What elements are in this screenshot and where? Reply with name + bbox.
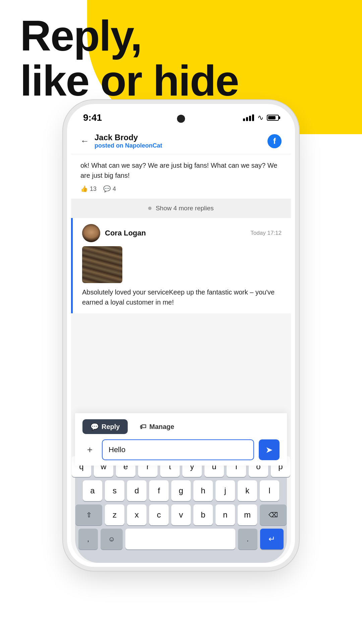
space-key[interactable] bbox=[125, 529, 235, 549]
reply-comment-header: Cora Logan Today 17:12 bbox=[82, 224, 282, 242]
thumbs-up-icon: 👍 bbox=[80, 185, 88, 193]
comment-actions: 👍 13 💬 4 bbox=[80, 185, 282, 193]
show-more-replies[interactable]: Show 4 more replies bbox=[71, 199, 291, 218]
reply-user-info: Cora Logan bbox=[82, 224, 146, 242]
show-more-text: Show 4 more replies bbox=[156, 205, 214, 212]
key-f[interactable]: f bbox=[149, 480, 169, 501]
action-tabs: 💬 Reply 🏷 Manage bbox=[82, 419, 280, 434]
hero-line1: Reply, bbox=[20, 12, 142, 60]
keyboard-row-4: , ☺ . ↵ bbox=[78, 529, 284, 549]
manage-tab-icon: 🏷 bbox=[140, 423, 146, 431]
key-a[interactable]: a bbox=[83, 480, 102, 501]
backspace-key[interactable]: ⌫ bbox=[260, 504, 287, 525]
send-icon: ➤ bbox=[265, 445, 273, 455]
reply-comment-block: Cora Logan Today 17:12 Absolutely loved … bbox=[71, 218, 291, 313]
shift-key[interactable]: ⇧ bbox=[75, 504, 102, 525]
key-v[interactable]: v bbox=[171, 504, 191, 525]
comment-block: ok! What can we say? We are just big fan… bbox=[71, 154, 291, 199]
key-period[interactable]: . bbox=[238, 529, 257, 549]
key-c[interactable]: c bbox=[149, 504, 169, 525]
reply-tab-icon: 💬 bbox=[90, 423, 99, 431]
wifi-icon: ∿ bbox=[257, 113, 263, 122]
key-b[interactable]: b bbox=[193, 504, 213, 525]
battery-icon bbox=[267, 115, 279, 121]
key-x[interactable]: x bbox=[127, 504, 146, 525]
hero-title: Reply, like or hide bbox=[20, 13, 239, 104]
show-more-dot-icon bbox=[148, 207, 152, 210]
keyboard-row-2: a s d f g h j k l bbox=[78, 480, 284, 501]
key-h[interactable]: h bbox=[193, 480, 213, 501]
key-d[interactable]: d bbox=[127, 480, 146, 501]
reply-tab-label: Reply bbox=[102, 423, 120, 431]
return-key[interactable]: ↵ bbox=[260, 529, 284, 549]
status-icons: ∿ bbox=[243, 113, 279, 122]
manage-tab[interactable]: 🏷 Manage bbox=[132, 419, 182, 434]
key-n[interactable]: n bbox=[216, 504, 235, 525]
keyboard: q w e r t y u i o p a s d f g h j k bbox=[75, 451, 287, 563]
key-l[interactable]: l bbox=[260, 480, 279, 501]
key-g[interactable]: g bbox=[171, 480, 191, 501]
status-time: 9:41 bbox=[83, 112, 102, 123]
key-j[interactable]: j bbox=[216, 480, 235, 501]
phone-screen: 9:41 ∿ ← Jack Brody post bbox=[71, 108, 291, 563]
reply-input-row: + ➤ bbox=[82, 439, 280, 460]
header-subtitle: posted on NapoleonCat bbox=[95, 142, 267, 149]
key-comma[interactable]: , bbox=[78, 529, 98, 549]
phone-mockup: 9:41 ∿ ← Jack Brody post bbox=[67, 104, 295, 567]
app-header: ← Jack Brody posted on NapoleonCat f bbox=[71, 127, 291, 154]
avatar bbox=[82, 224, 100, 242]
action-panel: 💬 Reply 🏷 Manage + ➤ bbox=[75, 413, 287, 466]
manage-tab-label: Manage bbox=[149, 423, 174, 431]
camera-notch bbox=[177, 115, 185, 123]
attachment-button[interactable]: + bbox=[82, 442, 97, 457]
replies-count: 💬 4 bbox=[103, 185, 116, 193]
key-z[interactable]: z bbox=[105, 504, 124, 525]
send-button[interactable]: ➤ bbox=[259, 439, 280, 460]
comment-text: ok! What can we say? We are just big fan… bbox=[80, 160, 282, 180]
hero-line2: like or hide bbox=[20, 57, 239, 105]
reply-text-input[interactable] bbox=[102, 439, 254, 460]
back-button[interactable]: ← bbox=[80, 136, 89, 146]
key-k[interactable]: k bbox=[238, 480, 257, 501]
reply-tab[interactable]: 💬 Reply bbox=[82, 419, 128, 434]
status-bar: 9:41 ∿ bbox=[71, 108, 291, 127]
key-m[interactable]: m bbox=[238, 504, 257, 525]
emoji-key[interactable]: ☺ bbox=[101, 529, 123, 549]
signal-icon bbox=[243, 114, 254, 121]
reply-comment-text: Absolutely loved your serviceKeep up the… bbox=[82, 287, 282, 307]
header-info: Jack Brody posted on NapoleonCat bbox=[95, 133, 267, 149]
comment-icon: 💬 bbox=[103, 185, 111, 193]
key-s[interactable]: s bbox=[105, 480, 124, 501]
hero-section: Reply, like or hide bbox=[20, 13, 239, 104]
likes-count: 👍 13 bbox=[80, 185, 97, 193]
reply-author-name: Cora Logan bbox=[105, 229, 146, 237]
facebook-icon: f bbox=[267, 134, 282, 148]
header-username: Jack Brody bbox=[95, 133, 267, 142]
keyboard-row-3: ⇧ z x c v b n m ⌫ bbox=[78, 504, 284, 525]
post-image-thumbnail bbox=[82, 246, 122, 283]
reply-timestamp: Today 17:12 bbox=[250, 230, 282, 236]
